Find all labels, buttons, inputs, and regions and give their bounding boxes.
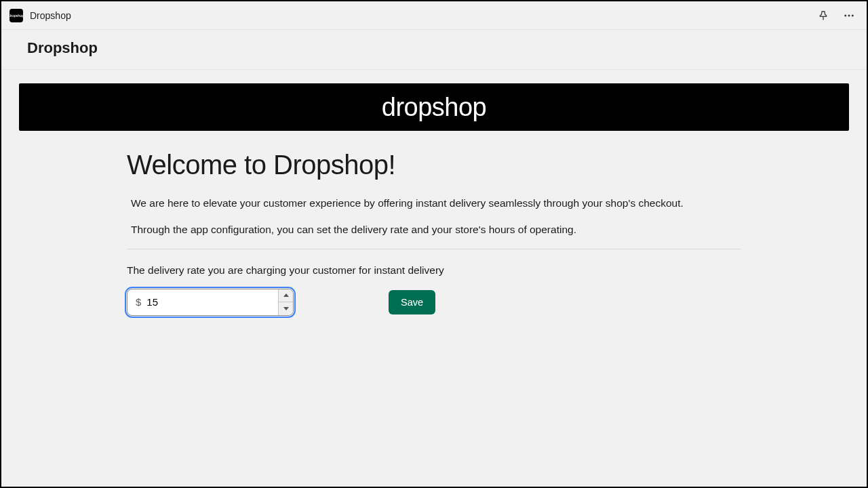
delivery-rate-input[interactable] [146,289,278,315]
pin-button[interactable] [814,6,833,25]
app-logo-text: dropshop [9,14,24,18]
delivery-rate-label: The delivery rate you are charging your … [127,264,741,277]
intro-paragraph-1: We are here to elevate your customer exp… [131,195,737,211]
intro-paragraph-2: Through the app configuration, you can s… [131,222,737,237]
number-stepper [278,289,293,315]
svg-point-3 [852,14,854,16]
app-frame: dropshop Dropshop Dropshop dropshop Welc… [0,0,868,488]
svg-point-1 [844,14,846,16]
welcome-heading: Welcome to Dropshop! [127,150,741,180]
save-button[interactable]: Save [389,290,435,314]
section-divider [127,249,741,249]
body-inner: Welcome to Dropshop! We are here to elev… [125,150,743,316]
page-header: Dropshop [1,30,867,70]
appbar: dropshop Dropshop [1,1,867,30]
brand-banner-text: dropshop [382,93,486,122]
step-up-button[interactable] [279,289,293,303]
appbar-title: Dropshop [30,10,71,21]
pin-icon [818,10,829,21]
chevron-down-icon [283,307,289,310]
page-title: Dropshop [27,39,841,57]
content-area: dropshop Welcome to Dropshop! We are her… [1,70,867,487]
currency-symbol: $ [136,296,141,308]
rate-field-row: $ Save [127,289,741,316]
chevron-up-icon [283,293,289,297]
brand-banner: dropshop [19,83,849,131]
app-logo-icon: dropshop [9,9,23,22]
delivery-rate-input-wrap[interactable]: $ [127,289,294,316]
more-button[interactable] [840,6,859,25]
svg-point-2 [848,14,850,16]
step-down-button[interactable] [279,302,293,315]
more-horizontal-icon [843,9,855,22]
